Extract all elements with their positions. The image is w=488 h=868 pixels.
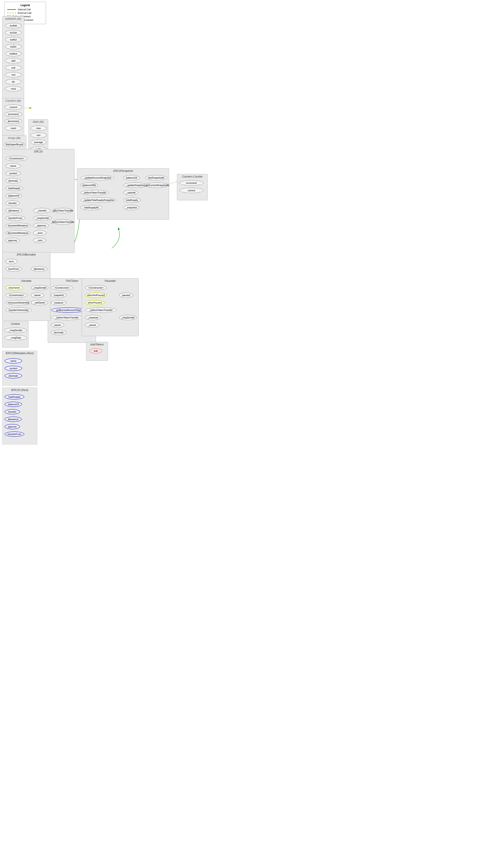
erc20snapshot-updatesnapshot[interactable]: _updateSnapshot bbox=[123, 183, 148, 188]
erc20snapshot-getcurrentsnapshotid[interactable]: _getCurrentSnapshotId bbox=[145, 183, 168, 188]
erc20-beforetokentransfer[interactable]: _beforeTokenTransfer bbox=[53, 219, 72, 225]
ownable-constructor[interactable]: <Constructor> bbox=[5, 292, 27, 298]
ierc20-allowance[interactable]: allowance bbox=[5, 416, 22, 422]
ierc20-approve[interactable]: approve bbox=[5, 424, 20, 429]
pausable-unpause[interactable]: _unpause bbox=[85, 315, 101, 320]
safemath-div[interactable]: div bbox=[5, 79, 22, 84]
erc20snapshot-snapshot[interactable]: _snapshot bbox=[123, 205, 139, 210]
counters-current[interactable]: current bbox=[5, 104, 22, 110]
safemath-mod[interactable]: mod bbox=[5, 86, 22, 91]
ierc20-totalsupply[interactable]: totalSupply bbox=[5, 394, 24, 400]
ierc20metadata-decimals[interactable]: decimals bbox=[5, 373, 22, 378]
context-msgdata[interactable]: _msgData bbox=[4, 335, 27, 340]
erc20-transfer-internal[interactable]: _transfer bbox=[33, 208, 51, 213]
erc20snapshot-totalsupply[interactable]: totalSupply bbox=[123, 197, 141, 203]
counterscounter-current[interactable]: current bbox=[180, 188, 203, 193]
external-call-line bbox=[7, 13, 16, 13]
erc20-msgsender[interactable]: _msgSender bbox=[33, 215, 52, 221]
math-average[interactable]: average bbox=[30, 140, 47, 145]
erc20snapshot-balanceof[interactable]: balanceOf bbox=[123, 175, 140, 180]
safemath-trydiv[interactable]: tryDiv bbox=[5, 44, 22, 49]
ownable-transferownership[interactable]: transferOwnership bbox=[5, 307, 32, 313]
counters-increment[interactable]: increment bbox=[5, 112, 22, 117]
erc20-transferfrom[interactable]: transferFrom bbox=[5, 215, 25, 221]
erc20burnable-title: ERC20Burnable bbox=[2, 252, 50, 257]
erc20-transfer[interactable]: transfer bbox=[5, 200, 20, 206]
ownable-msgsender[interactable]: _msgSender bbox=[31, 285, 48, 290]
safemath-title: SafeMath (lib) bbox=[2, 17, 24, 21]
math-min[interactable]: min bbox=[30, 132, 47, 138]
arrays-findupperbound[interactable]: findUpperBound bbox=[4, 142, 25, 147]
thgtoken-pause[interactable]: pause bbox=[51, 322, 64, 328]
ownable-owner[interactable]: owner bbox=[31, 292, 44, 298]
erc20burnable-allowance[interactable]: allowance bbox=[31, 266, 47, 272]
pausable-whenpaused[interactable]: whenPaused bbox=[85, 300, 105, 305]
erc20snapshot-balanceoat[interactable]: balanceOfAt bbox=[80, 183, 98, 188]
pausable-box: Pausable <Constructor> whenNotPaused whe… bbox=[82, 278, 139, 336]
erc20-approve-internal[interactable]: _approve bbox=[33, 223, 49, 228]
totaltokens-sub[interactable]: sub bbox=[89, 348, 102, 353]
erc20-increaseallowance[interactable]: increaseAllowance bbox=[5, 223, 31, 228]
erc20-aftertokentransfer[interactable]: _afterTokenTransfer bbox=[53, 208, 72, 213]
erc20burnable-burnfrom[interactable]: burnFrom bbox=[5, 266, 22, 272]
ierc20-box: IERC20 (iface) totalSupply balanceOf tra… bbox=[2, 388, 37, 444]
thgtoken-decimals[interactable]: decimals bbox=[51, 330, 66, 335]
ierc20-balanceof[interactable]: balanceOf bbox=[5, 402, 22, 407]
safemath-mul[interactable]: mul bbox=[5, 72, 22, 78]
counters-title: Counters (lib) bbox=[2, 98, 24, 103]
ierc20-transferfrom[interactable]: transferFrom bbox=[5, 432, 24, 437]
context-msgsender[interactable]: _msgSender bbox=[4, 328, 27, 333]
pausable-msgsender[interactable]: _msgSender bbox=[119, 315, 137, 320]
erc20snapshot-beforetokentransfer[interactable]: _beforeTokenTransfer bbox=[80, 190, 109, 195]
erc20-mint-internal[interactable]: _mint bbox=[33, 238, 46, 243]
totaltokens-title: totalTokens bbox=[86, 342, 108, 347]
safemath-trysub[interactable]: trySub bbox=[5, 30, 22, 35]
erc20snapshot-updatetotalsupplysnapshot[interactable]: _updateTotalSupplySnapshot bbox=[80, 197, 117, 203]
safemath-add[interactable]: add bbox=[5, 58, 22, 63]
safemath-sub[interactable]: sub bbox=[5, 65, 22, 70]
ownable-onlyowner[interactable]: onlyOwner bbox=[5, 285, 23, 290]
safemath-trymul[interactable]: tryMul bbox=[5, 37, 22, 42]
thgtoken-snapshot[interactable]: snapshot bbox=[51, 292, 66, 298]
erc20-decreaseallowance[interactable]: decreaseAllowance bbox=[5, 230, 31, 236]
counters-reset[interactable]: reset bbox=[5, 126, 22, 131]
erc20-balanceof[interactable]: balanceOf bbox=[5, 193, 22, 198]
ownable-setowner[interactable]: _setOwner bbox=[31, 300, 48, 305]
erc20-symbol[interactable]: symbol bbox=[5, 171, 21, 176]
counters-decrement[interactable]: decrement bbox=[5, 119, 22, 124]
erc20-allowance[interactable]: allowance bbox=[5, 208, 22, 213]
erc20-totalsupply[interactable]: totalSupply bbox=[5, 186, 23, 191]
pausable-whennotpaused[interactable]: whenNotPaused bbox=[85, 292, 107, 298]
thgtoken-getburnedamounttotal[interactable]: getBurnedAmountTotal bbox=[51, 307, 86, 313]
pausable-beforetokentransfer[interactable]: _beforeTokenTransfer bbox=[85, 307, 117, 313]
erc20snapshot-lastsnapshotid[interactable]: lastSnapshotId bbox=[145, 175, 167, 180]
counters-box: Counters (lib) current increment decreme… bbox=[2, 98, 24, 138]
safemath-tryadd[interactable]: tryAdd bbox=[5, 23, 22, 28]
erc20-burn-internal[interactable]: _burn bbox=[33, 230, 46, 236]
ierc20metadata-symbol[interactable]: symbol bbox=[5, 366, 22, 371]
erc20-box: ERC20 <Constructor> name symbol decimals… bbox=[2, 149, 74, 253]
erc20-constructor[interactable]: <Constructor> bbox=[5, 156, 27, 161]
counterscounter-increment[interactable]: increment bbox=[180, 180, 203, 186]
erc20burnable-burn[interactable]: burn bbox=[5, 259, 18, 264]
thgtoken-beforetokentransfer[interactable]: _beforeTokenTransfer bbox=[51, 315, 83, 320]
ierc20metadata-name[interactable]: name bbox=[5, 358, 22, 364]
thgtoken-constructor[interactable]: <Constructor> bbox=[51, 285, 73, 290]
erc20-approve[interactable]: approve bbox=[5, 238, 20, 243]
erc20snapshot-updateaccountsnapshot[interactable]: _updateAccountSnapshot bbox=[80, 175, 114, 180]
erc20snapshot-valueat[interactable]: _valueAt bbox=[123, 190, 138, 195]
pausable-constructor[interactable]: <Constructor> bbox=[85, 285, 107, 290]
thgtoken-unpause[interactable]: unpause bbox=[51, 300, 66, 305]
erc20snapshot-box: ERC20Snapshot _updateAccountSnapshot bal… bbox=[77, 168, 169, 220]
safemath-trymod[interactable]: tryMod bbox=[5, 51, 22, 56]
math-max[interactable]: max bbox=[30, 126, 47, 131]
erc20-name[interactable]: name bbox=[5, 163, 21, 168]
legend-title: Legend bbox=[7, 4, 43, 7]
pausable-paused[interactable]: paused bbox=[119, 292, 133, 298]
ierc20-transfer[interactable]: transfer bbox=[5, 409, 20, 414]
ownable-box: Ownable onlyOwner <Constructor> renounce… bbox=[2, 278, 51, 321]
erc20snapshot-totalsupplyat[interactable]: totalSupplyAt bbox=[80, 205, 102, 210]
pausable-pause[interactable]: _pause bbox=[85, 322, 99, 328]
erc20-decimals[interactable]: decimals bbox=[5, 178, 21, 183]
ownable-renounceownership[interactable]: renounceOwnership bbox=[5, 300, 32, 305]
